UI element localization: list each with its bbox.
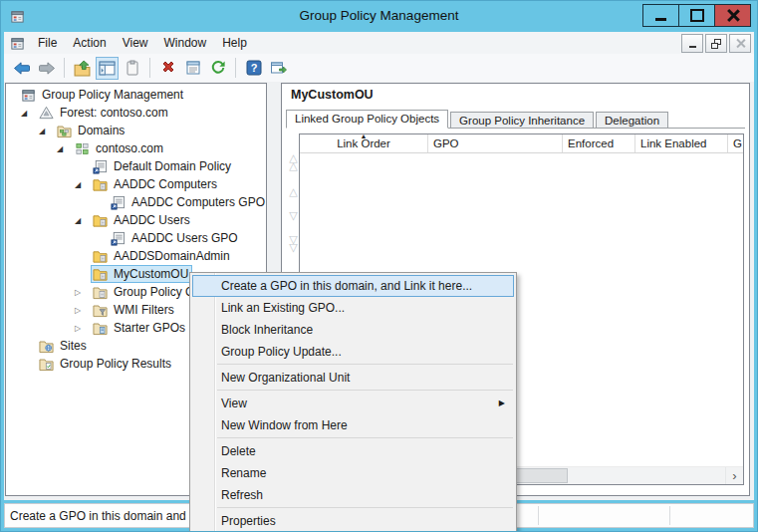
tree-expander-expanded-icon[interactable]: ◢ [37,127,55,135]
tree-item-domains[interactable]: ◢Domains [6,122,266,139]
maximize-icon [690,9,704,22]
context-menu-item-link-an-existing-gpo[interactable]: Link an Existing GPO... [192,297,514,319]
table-header: ▲Link OrderGPOEnforcedLink EnabledG [300,134,743,153]
column-header-label: GPO [433,137,459,149]
column-header-link-order[interactable]: ▲Link Order [300,134,428,152]
column-header-g[interactable]: G [728,134,743,152]
tree-item-aaddc-computers[interactable]: ◢AADDC Computers [6,175,266,193]
delete-button[interactable] [156,57,179,80]
context-menu-item-delete[interactable]: Delete [192,440,514,462]
console-tree-button[interactable] [96,57,119,80]
tree-expander-expanded-icon[interactable]: ◢ [73,180,91,189]
close-button[interactable] [714,4,751,27]
tree-item-content: AADDC Computers GPO [109,193,267,211]
tree-expander-collapsed-icon[interactable]: ▷ [73,288,91,297]
toolbar: ? [4,54,754,83]
tree-indent [6,292,73,293]
mdi-restore-button[interactable] [705,34,727,53]
tree-expander-collapsed-icon[interactable]: ▷ [73,306,91,315]
menu-help[interactable]: Help [214,33,255,53]
column-header-gpo[interactable]: GPO [428,134,563,152]
up-level-button[interactable] [71,57,94,80]
clipboard-icon [125,60,140,76]
tree-item-label: contoso.com [94,141,165,155]
export-list-button[interactable] [267,57,290,80]
tree-item-label: Sites [58,339,89,353]
tree-item-label: Group Policy Results [58,357,173,371]
ou-icon [93,267,108,282]
tree-item-default-domain-policy[interactable]: Default Domain Policy [6,157,266,175]
tree-item-label: Domains [76,124,126,137]
tree-item-aaddc-computers-gpo[interactable]: AADDC Computers GPO [6,193,266,211]
tab-linked-group-policy-objects[interactable]: Linked Group Policy Objects [286,110,448,129]
tree-item-group-policy-management[interactable]: Group Policy Management [6,86,266,104]
clipboard-button[interactable] [121,57,143,80]
column-header-label: G [733,137,742,149]
domains-icon [57,124,72,138]
tree-indent [6,184,73,185]
tree-expander-expanded-icon[interactable]: ◢ [19,109,37,118]
context-menu-item-block-inheritance[interactable]: Block Inheritance [192,319,514,341]
scroll-right-button[interactable]: › [725,467,743,484]
context-menu-item-view[interactable]: View▶ [192,393,514,414]
menu-view[interactable]: View [115,33,156,53]
tab-delegation[interactable]: Delegation [596,112,668,128]
tree-indent [6,346,19,347]
column-header-enforced[interactable]: Enforced [563,134,635,152]
tree-indent [6,256,73,257]
mdi-minimize-button[interactable] [681,34,703,53]
menu-file[interactable]: File [30,33,65,53]
tree-expander-expanded-icon[interactable]: ◢ [55,144,73,153]
help-button[interactable]: ? [242,57,265,80]
menu-window[interactable]: Window [156,33,215,53]
tree-item-contoso-com[interactable]: ◢contoso.com [6,139,266,157]
folder-wmi-icon [93,303,108,318]
tree-item-label: WMI Filters [112,303,176,317]
tree-item-label: Group Policy Management [40,88,185,102]
column-header-link-enabled[interactable]: Link Enabled [635,134,728,152]
tree-indent [6,95,19,96]
tree-item-aaddc-users[interactable]: ◢AADDC Users [6,211,266,229]
back-button[interactable] [10,57,33,80]
title-bar: Group Policy Management [1,1,757,32]
tree-item-forest-contoso-com[interactable]: ◢Forest: contoso.com [6,104,266,122]
context-menu-item-properties[interactable]: Properties [192,510,514,532]
maximize-button[interactable] [678,4,715,27]
status-divider [538,506,539,525]
context-menu-item-rename[interactable]: Rename [192,462,514,484]
tree-indent [6,148,55,149]
menu-action[interactable]: Action [65,33,114,53]
context-menu-item-create-a-gpo-in-this-domain-and-link-it-here[interactable]: Create a GPO in this domain, and Link it… [192,275,514,297]
console-tree-icon [99,60,116,77]
status-text: Create a GPO in this domain and [10,509,186,523]
gpo-icon [111,195,126,210]
tree-item-aaddsdomainadmin[interactable]: AADDSDomainAdmin [6,247,266,265]
svg-text:?: ? [250,62,257,74]
ou-icon [93,177,108,192]
context-menu-item-group-policy-update[interactable]: Group Policy Update... [192,341,514,363]
minimize-button[interactable] [642,4,679,27]
tree-item-content: Group Policy Management [19,86,187,104]
tree-item-content: Default Domain Policy [91,157,235,175]
tree-selection: MyCustomOU [91,265,192,283]
forward-button[interactable] [35,57,58,80]
context-menu-item-label: Create a GPO in this domain, and Link it… [221,279,472,293]
tree-expander-collapsed-icon[interactable]: ▷ [73,324,91,333]
context-menu-item-refresh[interactable]: Refresh [192,484,514,506]
properties-button[interactable] [181,57,204,80]
mdi-minimize-icon [689,46,696,48]
page-title: MyCustomOU [291,88,374,102]
refresh-button[interactable] [206,57,229,80]
context-menu-item-label: New Window from Here [221,418,348,432]
context-menu-item-new-window-from-here[interactable]: New Window from Here [192,414,514,436]
mdi-close-button[interactable] [729,34,751,53]
console-icon [21,88,36,103]
tree-indent [6,131,37,132]
tree-item-label: AADDC Users GPO [129,231,240,245]
context-menu-item-label: Refresh [221,488,263,502]
tree-item-aaddc-users-gpo[interactable]: AADDC Users GPO [6,229,266,247]
tab-group-policy-inheritance[interactable]: Group Policy Inheritance [450,112,594,128]
tree-expander-expanded-icon[interactable]: ◢ [73,216,91,225]
tree-item-label: AADDC Computers GPO [129,195,267,209]
context-menu-item-new-organizational-unit[interactable]: New Organizational Unit [192,367,514,389]
